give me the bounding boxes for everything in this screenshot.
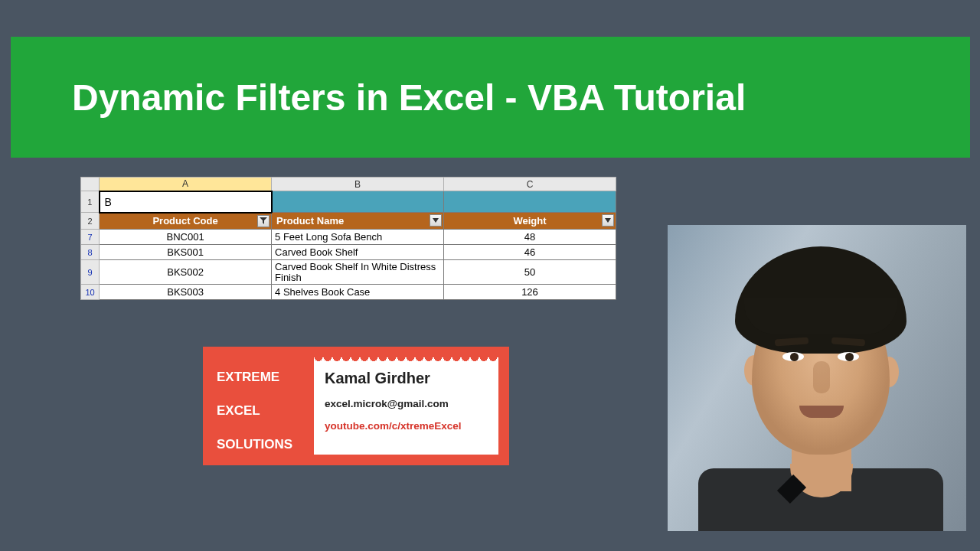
header-label: Product Name bbox=[276, 215, 344, 227]
header-product-name: Product Name bbox=[272, 213, 444, 230]
brand-line: EXCEL bbox=[217, 394, 314, 428]
spreadsheet: A B C 1 B 2 Product Code Product Name We… bbox=[80, 177, 616, 300]
page-title: Dynamic Filters in Excel - VBA Tutorial bbox=[72, 77, 746, 119]
cell-b1[interactable] bbox=[272, 191, 444, 213]
header-weight: Weight bbox=[444, 213, 616, 230]
row-number[interactable]: 1 bbox=[81, 191, 100, 213]
select-all-corner[interactable] bbox=[81, 178, 100, 191]
author-email: excel.microk@gmail.com bbox=[325, 398, 489, 409]
title-banner: Dynamic Filters in Excel - VBA Tutorial bbox=[11, 37, 970, 158]
cell-product-name[interactable]: 5 Feet Long Sofa Bench bbox=[272, 230, 444, 245]
row-number[interactable]: 2 bbox=[81, 213, 100, 230]
cell-product-code[interactable]: BKS001 bbox=[100, 245, 272, 260]
cell-weight[interactable]: 50 bbox=[444, 260, 616, 285]
cell-product-name[interactable]: Carved Book Shelf bbox=[272, 245, 444, 260]
cell-weight[interactable]: 46 bbox=[444, 245, 616, 260]
card-contact: Kamal Girdher excel.microk@gmail.com you… bbox=[314, 357, 498, 455]
table-row: 7 BNC001 5 Feet Long Sofa Bench 48 bbox=[81, 230, 616, 245]
author-name: Kamal Girdher bbox=[325, 370, 489, 387]
row-number[interactable]: 9 bbox=[81, 260, 100, 285]
header-label: Weight bbox=[513, 215, 546, 227]
cell-product-name[interactable]: Carved Book Shelf In White Distress Fini… bbox=[272, 260, 444, 285]
table-row: 9 BKS002 Carved Book Shelf In White Dist… bbox=[81, 260, 616, 285]
author-youtube: youtube.com/c/xtremeExcel bbox=[325, 420, 489, 432]
filter-dropdown-icon[interactable] bbox=[602, 214, 614, 227]
row-number[interactable]: 7 bbox=[81, 230, 100, 245]
column-header-a[interactable]: A bbox=[100, 178, 272, 191]
stamp-edge-decoration bbox=[314, 354, 498, 361]
author-photo bbox=[668, 225, 966, 531]
table-row: 8 BKS001 Carved Book Shelf 46 bbox=[81, 245, 616, 260]
column-header-c[interactable]: C bbox=[444, 178, 616, 191]
column-header-b[interactable]: B bbox=[272, 178, 444, 191]
filter-input-cell[interactable]: B bbox=[100, 191, 272, 213]
cell-product-code[interactable]: BNC001 bbox=[100, 230, 272, 245]
cell-weight[interactable]: 48 bbox=[444, 230, 616, 245]
table-header-row: 2 Product Code Product Name Weight bbox=[81, 213, 616, 230]
brand-line: EXTREME bbox=[217, 360, 314, 394]
cell-c1[interactable] bbox=[444, 191, 616, 213]
header-label: Product Code bbox=[152, 215, 217, 227]
filter-dropdown-icon[interactable] bbox=[430, 214, 442, 227]
cell-weight[interactable]: 126 bbox=[444, 285, 616, 300]
author-card: EXTREME EXCEL SOLUTIONS Kamal Girdher ex… bbox=[203, 347, 509, 465]
header-product-code: Product Code bbox=[100, 213, 272, 230]
column-header-row: A B C bbox=[81, 178, 616, 191]
brand-line: SOLUTIONS bbox=[217, 428, 314, 461]
row-number[interactable]: 10 bbox=[81, 285, 100, 300]
cell-product-name[interactable]: 4 Shelves Book Case bbox=[272, 285, 444, 300]
filter-input-row: 1 B bbox=[81, 191, 616, 213]
table-row: 10 BKS003 4 Shelves Book Case 126 bbox=[81, 285, 616, 300]
row-number[interactable]: 8 bbox=[81, 245, 100, 260]
cell-product-code[interactable]: BKS002 bbox=[100, 260, 272, 285]
filter-active-icon[interactable] bbox=[257, 215, 270, 227]
card-brand: EXTREME EXCEL SOLUTIONS bbox=[203, 347, 314, 465]
cell-product-code[interactable]: BKS003 bbox=[100, 285, 272, 300]
